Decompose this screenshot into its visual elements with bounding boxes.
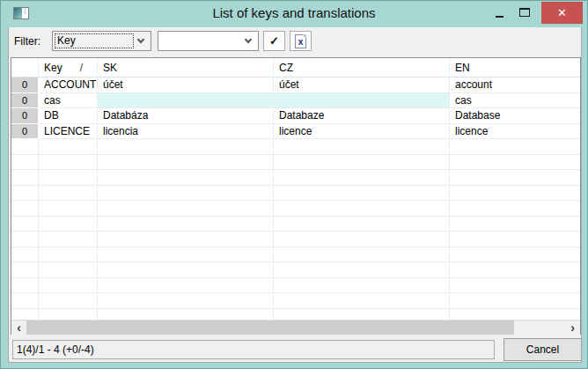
cell-cz[interactable] <box>274 93 450 109</box>
cell-cz[interactable]: licence <box>274 124 450 140</box>
scroll-left-button[interactable]: ‹ <box>11 321 26 335</box>
scrollbar-thumb[interactable] <box>26 321 514 335</box>
header-cz-label: CZ <box>279 62 293 74</box>
scroll-left-icon: ‹ <box>17 321 21 335</box>
empty-cell <box>450 155 580 171</box>
empty-cell <box>98 293 274 309</box>
cell-key[interactable]: cas <box>39 93 98 109</box>
table-row[interactable]: 0cascas <box>11 93 580 109</box>
empty-cell <box>274 309 450 321</box>
horizontal-scrollbar[interactable]: ‹ › <box>11 320 580 335</box>
table-row-empty <box>11 186 580 202</box>
header-sk[interactable]: SK <box>98 58 274 77</box>
empty-cell <box>39 170 98 186</box>
empty-cell <box>39 293 98 309</box>
table-row-empty <box>11 232 580 247</box>
table-row-empty <box>11 201 580 217</box>
minimize-button[interactable] <box>489 1 510 24</box>
empty-cell <box>274 247 450 263</box>
cell-key[interactable]: ACCOUNT <box>39 77 98 93</box>
table-row[interactable]: 0DBDatabázaDatabazeDatabase <box>11 108 580 124</box>
empty-cell <box>39 278 98 294</box>
empty-cell <box>450 278 580 294</box>
empty-cell <box>39 201 98 217</box>
header-en[interactable]: EN <box>450 58 580 77</box>
empty-cell <box>274 201 450 217</box>
cell-key[interactable]: LICENCE <box>39 124 98 140</box>
chevron-down-icon <box>245 36 252 43</box>
sort-ascending-icon: / <box>80 62 83 74</box>
cell-key[interactable]: DB <box>39 108 98 124</box>
apply-filter-button[interactable]: ✓ <box>263 31 285 51</box>
empty-cell <box>274 293 450 309</box>
empty-cell <box>39 217 98 232</box>
empty-cell <box>450 262 580 278</box>
empty-cell <box>39 186 98 202</box>
empty-cell <box>39 139 98 155</box>
table-row-empty <box>11 139 580 155</box>
header-en-label: EN <box>455 62 470 74</box>
table-row-empty <box>11 293 580 309</box>
bottom-bar: 1(4)/1 - 4 (+0/-4) Cancel <box>9 335 581 362</box>
cell-sk[interactable]: Databáza <box>98 108 274 124</box>
empty-cell <box>98 232 274 247</box>
cell-sk[interactable]: licencia <box>98 124 274 140</box>
table-row-empty <box>11 155 580 171</box>
filter-value-dropdown[interactable] <box>158 31 259 51</box>
empty-cell <box>274 186 450 202</box>
empty-cell <box>98 155 274 171</box>
table-row-empty <box>11 309 580 321</box>
table-row[interactable]: 0ACCOUNTúčetúčetaccount <box>11 77 580 93</box>
empty-cell <box>274 232 450 247</box>
table-row-empty <box>11 278 580 294</box>
cell-en[interactable]: account <box>450 77 580 93</box>
cell-cz[interactable]: Databaze <box>274 108 450 124</box>
cell-cz[interactable]: účet <box>274 77 450 93</box>
table-row-empty <box>11 247 580 263</box>
maximize-icon <box>519 8 530 17</box>
cancel-button[interactable]: Cancel <box>503 338 582 361</box>
status-box: 1(4)/1 - 4 (+0/-4) <box>12 340 495 359</box>
row-indicator-cell[interactable]: 0 <box>11 108 39 124</box>
row-indicator-cell[interactable]: 0 <box>11 93 39 109</box>
empty-cell <box>39 247 98 263</box>
chevron-down-icon <box>137 36 144 43</box>
empty-cell <box>450 186 580 202</box>
scrollbar-track[interactable] <box>26 321 565 335</box>
empty-cell <box>11 309 39 321</box>
check-icon: ✓ <box>269 35 279 47</box>
empty-cell <box>98 170 274 186</box>
header-key[interactable]: Key / <box>39 58 98 77</box>
titlebar[interactable]: List of keys and translations ✕ <box>1 1 587 27</box>
minimize-icon <box>496 16 503 18</box>
empty-cell <box>11 278 39 294</box>
empty-cell <box>11 139 39 155</box>
table-row-empty <box>11 170 580 186</box>
window: List of keys and translations ✕ Filter: … <box>0 0 588 369</box>
filter-field-dropdown[interactable]: Key <box>52 31 151 51</box>
cell-en[interactable]: licence <box>450 124 580 140</box>
maximize-button[interactable] <box>513 1 536 24</box>
empty-cell <box>450 293 580 309</box>
empty-cell <box>39 262 98 278</box>
header-cz[interactable]: CZ <box>274 58 450 77</box>
empty-cell <box>98 201 274 217</box>
row-indicator-cell[interactable]: 0 <box>11 77 39 93</box>
row-indicator-cell[interactable]: 0 <box>11 124 39 140</box>
table-header: Key / SK CZ EN <box>11 58 580 77</box>
close-button[interactable]: ✕ <box>541 2 583 24</box>
cell-en[interactable]: cas <box>450 93 580 109</box>
empty-cell <box>11 170 39 186</box>
empty-cell <box>98 139 274 155</box>
table-row[interactable]: 0LICENCElicencialicencelicence <box>11 124 580 140</box>
cell-en[interactable]: Database <box>450 108 580 124</box>
empty-cell <box>98 186 274 202</box>
empty-cell <box>11 155 39 171</box>
cell-sk[interactable] <box>98 93 274 109</box>
empty-cell <box>274 170 450 186</box>
filter-value-input[interactable] <box>161 34 240 48</box>
scroll-right-button[interactable]: › <box>565 321 580 335</box>
empty-cell <box>11 217 39 232</box>
export-excel-button[interactable]: x <box>290 31 312 51</box>
cell-sk[interactable]: účet <box>98 77 274 93</box>
